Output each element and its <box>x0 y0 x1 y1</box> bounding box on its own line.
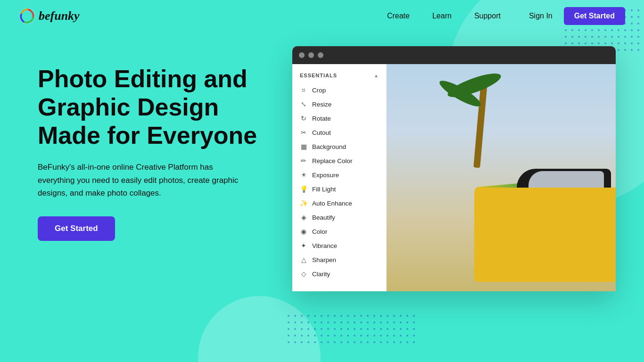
car-body <box>465 159 616 291</box>
dot <box>347 335 349 337</box>
dot <box>307 321 309 323</box>
dot <box>373 328 375 330</box>
dot <box>373 315 375 317</box>
dot <box>393 328 395 330</box>
dot <box>294 341 296 343</box>
dot <box>288 321 289 323</box>
dot <box>321 335 322 337</box>
beach-photo <box>387 64 616 291</box>
dot <box>406 341 408 343</box>
dot <box>393 315 395 317</box>
tool-label-vibrance: Vibrance <box>312 242 337 249</box>
dot <box>354 335 355 337</box>
sidebar-tool-background[interactable]: ▦Background <box>292 140 386 154</box>
crop-icon: ⌗ <box>300 86 307 94</box>
logo-icon <box>19 8 36 25</box>
sidebar-tool-sharpen[interactable]: △Sharpen <box>292 253 386 267</box>
dot <box>314 341 316 343</box>
tool-label-resize: Resize <box>312 101 331 108</box>
dot <box>327 321 329 323</box>
sidebar-tool-clarity[interactable]: ◇Clarity <box>292 267 386 281</box>
dot <box>406 321 408 323</box>
dot <box>321 315 322 317</box>
sign-in-link[interactable]: Sign In <box>529 12 553 20</box>
tool-label-beautify: Beautify <box>312 214 335 221</box>
exposure-icon: ☀ <box>300 171 307 179</box>
sidebar-tool-beautify[interactable]: ◈Beautify <box>292 210 386 224</box>
dot <box>380 315 382 317</box>
dot <box>334 321 336 323</box>
dot <box>373 341 375 343</box>
titlebar-dot-1 <box>299 52 305 58</box>
dot <box>294 328 296 330</box>
dot <box>413 328 415 330</box>
tool-label-rotate: Rotate <box>312 115 331 122</box>
sidebar-tool-resize[interactable]: ⤡Resize <box>292 97 386 111</box>
dot <box>307 328 309 330</box>
dot <box>367 335 369 337</box>
dot <box>400 321 402 323</box>
sidebar-section-title: ESSENTIALS <box>300 73 337 78</box>
sidebar-tool-color[interactable]: ◉Color <box>292 224 386 239</box>
hero-cta-button[interactable]: Get Started <box>38 216 115 241</box>
hero-subtitle: BeFunky's all-in-one online Creative Pla… <box>38 161 240 199</box>
sidebar-tool-auto-enhance[interactable]: ✨Auto Enhance <box>292 196 386 210</box>
dot <box>321 341 322 343</box>
dot <box>387 321 388 323</box>
sidebar-tool-exposure[interactable]: ☀Exposure <box>292 168 386 182</box>
editor-titlebar <box>292 46 616 64</box>
titlebar-dot-3 <box>318 52 323 58</box>
navbar: befunky Create Learn Support Sign In Get… <box>0 0 644 32</box>
sharpen-icon: △ <box>300 256 307 263</box>
dot <box>360 328 362 330</box>
logo[interactable]: befunky <box>19 8 80 25</box>
replace-color-icon: ✏ <box>300 157 307 165</box>
tool-label-fill-light: Fill Light <box>312 186 336 193</box>
dot <box>367 315 369 317</box>
dot <box>321 328 322 330</box>
nav-support[interactable]: Support <box>474 12 501 20</box>
dot <box>406 328 408 330</box>
dot <box>301 328 303 330</box>
dot <box>288 328 289 330</box>
nav-get-started-button[interactable]: Get Started <box>564 7 625 25</box>
dot <box>393 335 395 337</box>
tool-label-background: Background <box>312 143 346 150</box>
tool-label-crop: Crop <box>312 87 326 94</box>
sidebar-tool-cutout[interactable]: ✂Cutout <box>292 125 386 140</box>
dot <box>301 335 303 337</box>
tool-label-sharpen: Sharpen <box>312 256 336 263</box>
nav-learn[interactable]: Learn <box>432 12 452 20</box>
dot <box>314 328 316 330</box>
dot <box>413 335 415 337</box>
dot <box>301 341 303 343</box>
dot <box>380 321 382 323</box>
editor-window: ESSENTIALS ▲ ⌗Crop⤡Resize↻Rotate✂Cutout▦… <box>292 46 616 291</box>
sidebar-tool-replace-color[interactable]: ✏Replace Color <box>292 154 386 168</box>
rotate-icon: ↻ <box>300 115 307 122</box>
dot <box>340 341 342 343</box>
dot <box>367 328 369 330</box>
dot <box>393 321 395 323</box>
dot <box>373 335 375 337</box>
sidebar-tool-vibrance[interactable]: ✦Vibrance <box>292 239 386 253</box>
dot <box>334 341 336 343</box>
sidebar-tool-rotate[interactable]: ↻Rotate <box>292 111 386 125</box>
sidebar-tool-crop[interactable]: ⌗Crop <box>292 83 386 97</box>
dot <box>307 315 309 317</box>
dot <box>314 335 316 337</box>
dot <box>334 315 336 317</box>
nav-create[interactable]: Create <box>387 12 410 20</box>
tool-label-cutout: Cutout <box>312 129 331 136</box>
dot <box>340 335 342 337</box>
sidebar-section-header: ESSENTIALS ▲ <box>292 70 386 83</box>
beautify-icon: ◈ <box>300 214 307 221</box>
clarity-icon: ◇ <box>300 270 307 278</box>
background-icon: ▦ <box>300 143 307 150</box>
logo-text: befunky <box>39 9 80 23</box>
dot <box>340 315 342 317</box>
dot <box>327 315 329 317</box>
sidebar-tool-fill-light[interactable]: 💡Fill Light <box>292 182 386 196</box>
dot <box>288 341 289 343</box>
dot <box>413 315 415 317</box>
